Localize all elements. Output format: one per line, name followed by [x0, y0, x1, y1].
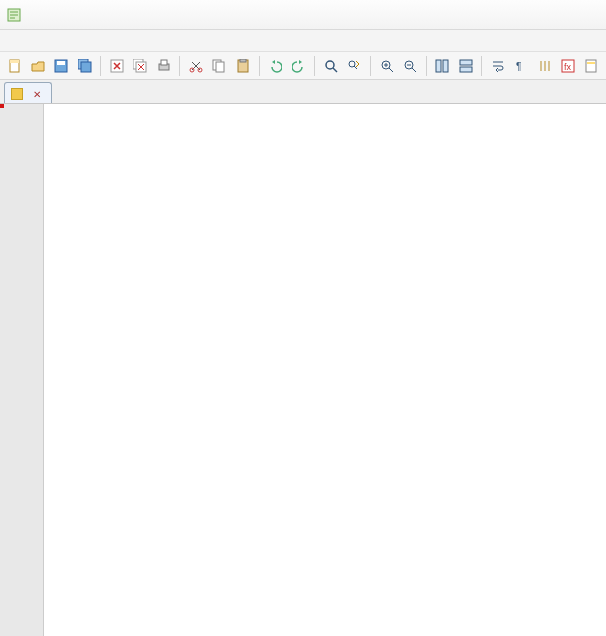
separator — [100, 56, 101, 76]
save-button[interactable] — [51, 55, 72, 77]
cut-button[interactable] — [185, 55, 206, 77]
print-button[interactable] — [153, 55, 174, 77]
menu-edit[interactable] — [18, 39, 30, 43]
copy-button[interactable] — [209, 55, 230, 77]
svg-text:fx: fx — [564, 62, 572, 72]
svg-rect-30 — [587, 62, 595, 64]
menu-plugins[interactable] — [144, 39, 156, 43]
indent-guide-button[interactable] — [534, 55, 555, 77]
line-number-gutter — [0, 104, 44, 636]
save-all-button[interactable] — [74, 55, 95, 77]
undo-button[interactable] — [265, 55, 286, 77]
svg-rect-11 — [161, 60, 167, 65]
close-button[interactable] — [106, 55, 127, 77]
svg-rect-2 — [10, 60, 19, 63]
menu-settings[interactable] — [88, 39, 100, 43]
menu-search[interactable] — [32, 39, 44, 43]
code-area[interactable] — [44, 104, 606, 636]
open-file-button[interactable] — [27, 55, 48, 77]
menu-macro[interactable] — [116, 39, 128, 43]
menubar — [0, 30, 606, 52]
svg-rect-25 — [460, 67, 472, 72]
replace-button[interactable] — [344, 55, 365, 77]
svg-rect-24 — [460, 60, 472, 65]
separator — [314, 56, 315, 76]
menu-view[interactable] — [46, 39, 58, 43]
menu-encoding[interactable] — [60, 39, 72, 43]
svg-rect-23 — [443, 60, 448, 72]
menu-run[interactable] — [130, 39, 142, 43]
menu-file[interactable] — [4, 39, 16, 43]
close-all-button[interactable] — [130, 55, 151, 77]
svg-rect-22 — [436, 60, 441, 72]
svg-rect-4 — [57, 61, 65, 65]
separator — [481, 56, 482, 76]
tabbar: ✕ — [0, 80, 606, 104]
svg-rect-6 — [81, 62, 91, 72]
menu-language[interactable] — [74, 39, 86, 43]
svg-rect-17 — [240, 59, 246, 62]
redo-button[interactable] — [288, 55, 309, 77]
app-icon — [6, 7, 22, 23]
zoom-in-button[interactable] — [376, 55, 397, 77]
menu-tools[interactable] — [102, 39, 114, 43]
file-icon — [11, 88, 23, 100]
separator — [370, 56, 371, 76]
zoom-out-button[interactable] — [399, 55, 420, 77]
show-all-chars-button[interactable]: ¶ — [511, 55, 532, 77]
sync-h-button[interactable] — [455, 55, 476, 77]
wordwrap-button[interactable] — [487, 55, 508, 77]
separator — [259, 56, 260, 76]
svg-rect-29 — [586, 60, 596, 72]
find-button[interactable] — [320, 55, 341, 77]
svg-rect-15 — [216, 62, 224, 72]
separator — [426, 56, 427, 76]
separator — [179, 56, 180, 76]
svg-text:¶: ¶ — [516, 61, 521, 72]
doc-map-button[interactable] — [581, 55, 602, 77]
toolbar: ¶ fx — [0, 52, 606, 80]
func-list-button[interactable]: fx — [557, 55, 578, 77]
paste-button[interactable] — [232, 55, 253, 77]
sync-v-button[interactable] — [432, 55, 453, 77]
titlebar — [0, 0, 606, 30]
new-file-button[interactable] — [4, 55, 25, 77]
menu-window[interactable] — [158, 39, 170, 43]
svg-point-18 — [326, 61, 334, 69]
tab-close-icon[interactable]: ✕ — [31, 88, 43, 100]
editor[interactable] — [0, 104, 606, 636]
tab-grub-cfg[interactable]: ✕ — [4, 82, 52, 103]
